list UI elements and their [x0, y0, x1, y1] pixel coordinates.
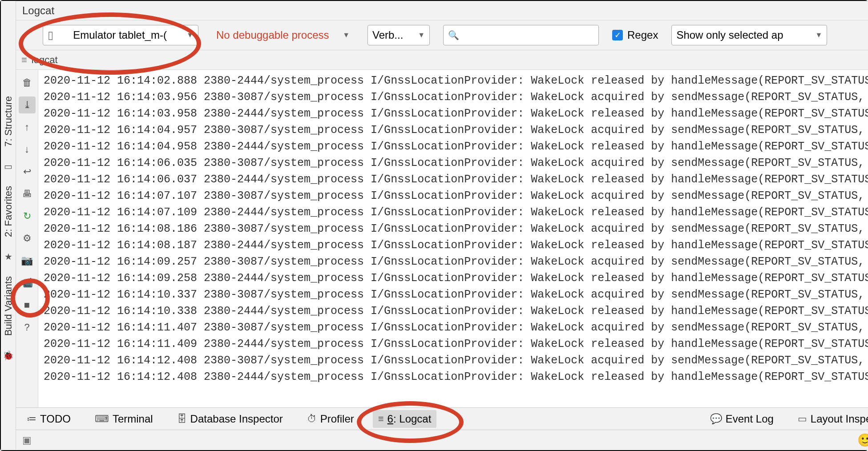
- tool-structure[interactable]: 7: Structure: [2, 94, 15, 149]
- search-icon: 🔍: [448, 30, 459, 40]
- tab-eventlog-label: Event Log: [726, 413, 774, 425]
- log-level-selector[interactable]: Verb... ▼: [367, 25, 430, 45]
- smile-icon[interactable]: 🙂: [857, 433, 868, 447]
- chevron-down-icon: ▼: [816, 31, 823, 39]
- profiler-icon: ⏱: [307, 413, 317, 425]
- logcat-subheader: ≡ logcat ▥: [16, 50, 868, 70]
- log-output[interactable]: 2020-11-12 16:14:02.888 2380-2444/system…: [38, 70, 868, 407]
- tool-build-variants[interactable]: Build Variants: [2, 274, 15, 338]
- status-left-icon[interactable]: ▣: [22, 435, 32, 446]
- log-line[interactable]: 2020-11-12 16:14:07.107 2380-3087/system…: [44, 188, 868, 204]
- logcat-main: 🗑⤓↑↓↩🖶↻⚙📷📹■? 2020-11-12 16:14:02.888 238…: [16, 70, 868, 407]
- tab-database[interactable]: 🗄 Database Inspector: [172, 410, 288, 428]
- tab-terminal-label: Terminal: [113, 413, 153, 425]
- todo-icon: ≔: [27, 413, 36, 425]
- log-line[interactable]: 2020-11-12 16:14:03.958 2380-2444/system…: [44, 105, 868, 122]
- logcat-icon: ≡: [378, 413, 384, 425]
- restart-button[interactable]: ↻: [19, 208, 36, 225]
- chevron-down-icon: ▼: [186, 31, 194, 39]
- chevron-down-icon: ▼: [343, 31, 350, 39]
- log-line[interactable]: 2020-11-12 16:14:09.257 2380-3087/system…: [44, 254, 868, 270]
- down-button[interactable]: ↓: [19, 141, 36, 158]
- structure-icon: ▭: [2, 159, 14, 173]
- bottom-tool-tabs: ≔ TODO ⌨ Terminal 🗄 Database Inspector ⏱…: [16, 407, 868, 430]
- log-level-text: Verb...: [372, 29, 403, 41]
- checkbox-icon: ✓: [612, 30, 623, 40]
- clear-button[interactable]: 🗑: [19, 74, 36, 91]
- stop-button[interactable]: ■: [19, 297, 36, 314]
- logcat-filter-row: ▯ Emulator tablet_m-( ▼ No debuggable pr…: [16, 20, 868, 50]
- log-line[interactable]: 2020-11-12 16:14:04.957 2380-3087/system…: [44, 122, 868, 138]
- log-line[interactable]: 2020-11-12 16:14:02.888 2380-2444/system…: [44, 72, 868, 89]
- chevron-down-icon: ▼: [418, 31, 425, 39]
- log-line[interactable]: 2020-11-12 16:14:08.186 2380-3087/system…: [44, 221, 868, 237]
- device-selector[interactable]: ▯ Emulator tablet_m-( ▼: [43, 25, 198, 45]
- layout-inspector-icon: ▭: [798, 413, 807, 425]
- record-button[interactable]: 📹: [19, 274, 36, 291]
- process-selector[interactable]: No debuggable process ▼: [212, 25, 354, 45]
- tab-profiler[interactable]: ⏱ Profiler: [302, 410, 359, 428]
- help-button[interactable]: ?: [19, 319, 36, 336]
- tab-layout-inspector[interactable]: ▭ Layout Inspector: [792, 410, 868, 428]
- device-icon: ▯: [48, 29, 53, 41]
- tab-layout-label: Layout Inspector: [811, 413, 868, 425]
- log-line[interactable]: 2020-11-12 16:14:10.338 2380-2444/system…: [44, 303, 868, 319]
- log-line[interactable]: 2020-11-12 16:14:12.408 2380-2444/system…: [44, 369, 868, 385]
- tab-logcat-label: 6: Logcat: [388, 413, 432, 425]
- log-search-input[interactable]: 🔍: [443, 25, 599, 45]
- tab-todo-label: TODO: [40, 413, 71, 425]
- settings-button[interactable]: ⚙: [19, 230, 36, 247]
- regex-checkbox[interactable]: ✓ Regex: [612, 29, 658, 41]
- logcat-tab-label[interactable]: logcat: [32, 54, 58, 66]
- log-search-field[interactable]: [459, 29, 594, 41]
- tab-database-label: Database Inspector: [190, 413, 283, 425]
- regex-label: Regex: [627, 29, 658, 41]
- center-pane: Logcat ⚙ — ▯ Emulator tablet_m-( ▼ No de…: [16, 1, 868, 450]
- favorites-icon: ★: [3, 250, 14, 264]
- tab-logcat[interactable]: ≡ 6: Logcat: [373, 410, 437, 428]
- left-tool-rail: 7: Structure ▭ 2: Favorites ★ Build Vari…: [1, 1, 16, 450]
- logcat-panel-header: Logcat ⚙ —: [16, 1, 868, 20]
- log-line[interactable]: 2020-11-12 16:14:10.337 2380-3087/system…: [44, 286, 868, 303]
- log-line[interactable]: 2020-11-12 16:14:04.958 2380-2444/system…: [44, 138, 868, 155]
- logcat-title: Logcat: [22, 4, 54, 17]
- logcat-action-strip: 🗑⤓↑↓↩🖶↻⚙📷📹■?: [16, 70, 38, 407]
- log-line[interactable]: 2020-11-12 16:14:07.109 2380-2444/system…: [44, 204, 868, 221]
- filter-icon: ≡: [21, 54, 27, 66]
- log-line[interactable]: 2020-11-12 16:14:12.408 2380-3087/system…: [44, 352, 868, 369]
- process-selector-text: No debuggable process: [216, 29, 329, 41]
- log-line[interactable]: 2020-11-12 16:14:08.187 2380-2444/system…: [44, 237, 868, 254]
- build-variants-icon: 🐞: [1, 348, 16, 362]
- log-line[interactable]: 2020-11-12 16:14:06.035 2380-3087/system…: [44, 155, 868, 171]
- scroll-end-button[interactable]: ⤓: [19, 97, 36, 113]
- filter-mode-selector[interactable]: Show only selected ap ▼: [671, 25, 827, 45]
- device-selector-text: Emulator tablet_m-(: [73, 29, 167, 41]
- tab-event-log[interactable]: 💬 Event Log: [705, 410, 779, 428]
- filter-mode-text: Show only selected ap: [676, 29, 783, 41]
- log-line[interactable]: 2020-11-12 16:14:03.956 2380-3087/system…: [44, 89, 868, 105]
- screenshot-button[interactable]: 📷: [19, 252, 36, 269]
- up-button[interactable]: ↑: [19, 119, 36, 136]
- wrap-button[interactable]: ↩: [19, 163, 36, 180]
- tab-profiler-label: Profiler: [320, 413, 354, 425]
- database-icon: 🗄: [177, 413, 187, 425]
- tab-todo[interactable]: ≔ TODO: [21, 410, 76, 428]
- log-line[interactable]: 2020-11-12 16:14:09.258 2380-2444/system…: [44, 270, 868, 286]
- log-line[interactable]: 2020-11-12 16:14:11.407 2380-3087/system…: [44, 319, 868, 336]
- print-button[interactable]: 🖶: [19, 185, 36, 202]
- tab-terminal[interactable]: ⌨ Terminal: [89, 410, 158, 428]
- terminal-icon: ⌨: [95, 413, 109, 425]
- status-bar: ▣ 🙂 ☹️: [16, 430, 868, 450]
- eventlog-icon: 💬: [710, 413, 722, 425]
- log-line[interactable]: 2020-11-12 16:14:06.037 2380-2444/system…: [44, 171, 868, 188]
- tool-favorites[interactable]: 2: Favorites: [2, 184, 15, 239]
- log-line[interactable]: 2020-11-12 16:14:11.409 2380-2444/system…: [44, 336, 868, 352]
